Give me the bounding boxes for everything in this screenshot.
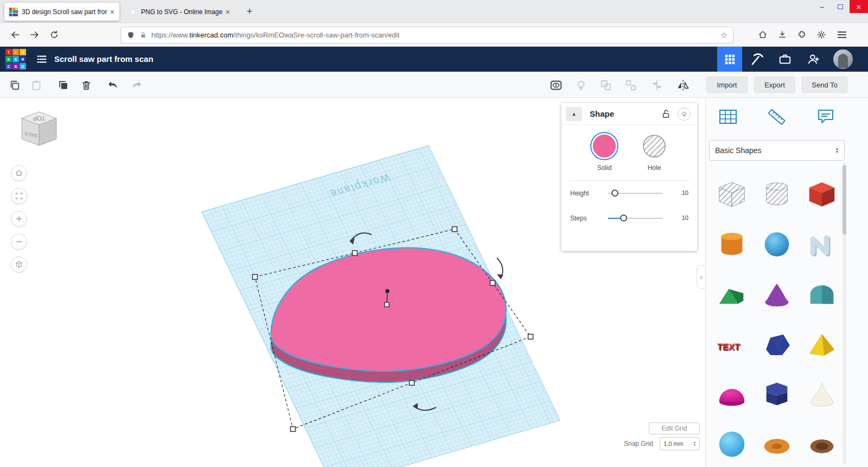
- panel-lightbulb-icon[interactable]: [678, 108, 691, 121]
- handle-corner[interactable]: [528, 335, 533, 339]
- ruler-tool-icon[interactable]: [764, 104, 789, 129]
- edit-grid-button[interactable]: Edit Grid: [649, 422, 700, 434]
- shape-category-select[interactable]: Basic Shapes ▲▼: [709, 140, 845, 161]
- send-to-button[interactable]: Send To: [802, 77, 847, 93]
- ungroup-icon[interactable]: [624, 78, 638, 92]
- zoom-out-button[interactable]: [11, 234, 27, 250]
- shape-thumb-paraboloid[interactable]: [799, 369, 844, 419]
- shape-thumb-scribble[interactable]: [799, 219, 844, 269]
- workplane-tool-icon[interactable]: [716, 104, 741, 129]
- shape-thumb-text[interactable]: TEXTTEXT: [709, 319, 754, 369]
- shape-panel-title: Shape: [590, 109, 614, 118]
- notes-tool-icon[interactable]: [813, 104, 838, 129]
- 3d-viewport[interactable]: Workplane: [0, 98, 705, 467]
- shape-thumb-sphere[interactable]: [754, 219, 799, 269]
- tab-close-icon[interactable]: ×: [226, 8, 230, 16]
- steps-slider[interactable]: [608, 218, 662, 219]
- snap-grid-select[interactable]: 1.0 mm ▲▼: [660, 437, 700, 450]
- shape-thumb-roof[interactable]: [709, 269, 754, 319]
- handle-edge[interactable]: [490, 281, 495, 286]
- svg-text:TEXT: TEXT: [717, 342, 741, 351]
- design-title[interactable]: Scroll saw part from scan: [54, 47, 154, 72]
- export-button[interactable]: Export: [754, 77, 795, 93]
- shape-thumb-sphere-partial[interactable]: [709, 419, 754, 467]
- delete-trash-icon[interactable]: [79, 78, 93, 92]
- fit-view-button[interactable]: [11, 188, 27, 204]
- panel-collapse-button[interactable]: ▲: [566, 107, 582, 121]
- reload-button[interactable]: [47, 27, 62, 42]
- group-icon[interactable]: [599, 78, 613, 92]
- designs-menu-icon[interactable]: [35, 52, 49, 66]
- mirror-flip-icon[interactable]: [676, 78, 690, 92]
- shape-grid: TEXTTEXT: [709, 169, 845, 467]
- show-all-eye-icon[interactable]: [549, 78, 563, 92]
- hole-swatch[interactable]: [643, 135, 666, 157]
- shape-thumb-cone[interactable]: [754, 269, 799, 319]
- new-tab-button[interactable]: +: [242, 5, 257, 19]
- bookmark-star-icon[interactable]: ☆: [720, 30, 727, 40]
- tab-png-to-svg[interactable]: PNG to SVG - Online Image Vec ×: [124, 3, 235, 21]
- shape-thumb-box-transparent[interactable]: [709, 169, 754, 219]
- snap-grid-label: Snap Grid: [624, 440, 653, 447]
- duplicate-icon[interactable]: [56, 78, 71, 92]
- perspective-toggle-button[interactable]: [11, 256, 27, 273]
- view-home-button[interactable]: [11, 165, 27, 181]
- shape-thumb-round-roof[interactable]: [799, 269, 844, 319]
- unlock-icon[interactable]: [661, 109, 671, 119]
- lightbulb-icon[interactable]: [574, 78, 588, 92]
- menu-hamburger-icon[interactable]: [834, 27, 850, 42]
- lock-icon[interactable]: [139, 31, 147, 39]
- tab-close-icon[interactable]: ×: [110, 8, 114, 16]
- center-handle[interactable]: [385, 302, 389, 307]
- paste-icon[interactable]: [29, 78, 43, 92]
- handle-corner[interactable]: [291, 427, 296, 432]
- tab-tinkercad[interactable]: 3D design Scroll saw part from s ×: [4, 3, 119, 21]
- shape-thumb-cylinder-transparent[interactable]: [754, 169, 799, 219]
- shape-thumb-torus-partial[interactable]: [754, 419, 799, 467]
- hole-option[interactable]: Hole: [643, 135, 666, 172]
- browser-navbar: https://www.tinkercad.com/things/ksRmEOw…: [0, 23, 868, 47]
- scrollbar-thumb[interactable]: [843, 165, 846, 235]
- sidebar-scrollbar[interactable]: [843, 163, 846, 465]
- downloads-button[interactable]: [775, 27, 790, 42]
- handle-edge[interactable]: [353, 251, 358, 256]
- back-button[interactable]: [8, 27, 23, 42]
- extensions-icon[interactable]: [794, 27, 809, 42]
- sidebar-collapse-handle[interactable]: ›: [697, 265, 705, 289]
- close-button[interactable]: ×: [850, 0, 868, 13]
- solid-option[interactable]: Solid: [593, 135, 616, 172]
- redo-icon[interactable]: [129, 78, 143, 92]
- height-handle[interactable]: [385, 289, 389, 293]
- shape-thumb-half-sphere[interactable]: [709, 369, 754, 419]
- minecraft-pickaxe-icon[interactable]: [749, 51, 765, 67]
- handle-corner[interactable]: [452, 227, 457, 232]
- url-bar[interactable]: https://www.tinkercad.com/things/ksRmEOw…: [120, 27, 733, 43]
- copy-icon[interactable]: [8, 78, 22, 92]
- forward-button[interactable]: [27, 27, 42, 42]
- settings-gear-icon[interactable]: [814, 27, 829, 42]
- invite-person-icon[interactable]: [805, 51, 821, 67]
- shape-thumb-box[interactable]: [799, 169, 844, 219]
- handle-corner[interactable]: [253, 275, 258, 280]
- height-slider[interactable]: [608, 193, 662, 194]
- minimize-button[interactable]: –: [813, 0, 831, 13]
- tracking-shield-icon[interactable]: [126, 31, 135, 40]
- maximize-button[interactable]: [831, 0, 850, 13]
- briefcase-icon[interactable]: [777, 51, 793, 67]
- handle-edge[interactable]: [410, 381, 414, 386]
- shape-thumb-cylinder[interactable]: [709, 219, 754, 269]
- zoom-in-button[interactable]: [11, 211, 27, 227]
- shape-thumb-pyramid[interactable]: [799, 319, 844, 369]
- apps-grid-button[interactable]: [717, 47, 742, 72]
- shape-thumb-hexagonal-prism[interactable]: [754, 369, 799, 419]
- tinkercad-logo[interactable]: TIN KER CAD: [5, 49, 26, 70]
- align-icon[interactable]: [650, 78, 664, 92]
- undo-icon[interactable]: [106, 78, 120, 92]
- view-cube[interactable]: TOP BACK: [22, 112, 56, 146]
- user-avatar[interactable]: [833, 49, 853, 69]
- home-button[interactable]: [755, 27, 770, 42]
- solid-swatch[interactable]: [593, 135, 616, 157]
- shape-thumb-tube-partial[interactable]: [799, 419, 844, 467]
- shape-thumb-polygon[interactable]: [754, 319, 799, 369]
- import-button[interactable]: Import: [706, 77, 748, 93]
